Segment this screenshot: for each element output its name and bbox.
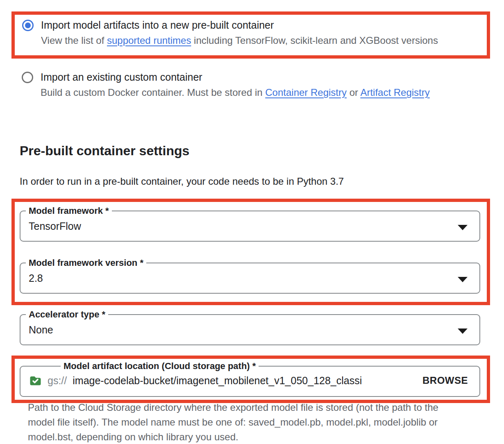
radio-unselected-icon[interactable] (22, 72, 33, 83)
radio-option-custom[interactable]: Import an existing custom container Buil… (22, 70, 504, 99)
option-title-custom: Import an existing custom container (41, 70, 430, 84)
desc-prefix: View the list of (41, 35, 107, 46)
section-intro: In order to run in a pre-built container… (20, 175, 504, 188)
browse-button[interactable]: BROWSE (422, 372, 469, 389)
folder-check-icon (29, 374, 42, 387)
option-desc-custom: Build a custom Docker container. Must be… (41, 86, 430, 99)
section-heading: Pre-built container settings (20, 143, 504, 159)
model-framework-field[interactable]: Model framework * TensorFlow (20, 211, 480, 242)
option-desc-prebuilt: View the list of supported runtimes incl… (41, 34, 438, 47)
dropdown-arrow-icon[interactable] (458, 328, 468, 334)
artifact-registry-link[interactable]: Artifact Registry (360, 87, 429, 98)
desc-prefix: Build a custom Docker container. Must be… (41, 87, 265, 98)
help-text: Path to the Cloud Storage directory wher… (28, 400, 465, 444)
artifact-path-input[interactable]: image-codelab-bucket/imagenet_mobilenet_… (73, 375, 362, 387)
radio-option-prebuilt[interactable]: Import model artifacts into a new pre-bu… (22, 18, 487, 47)
option-text-custom: Import an existing custom container Buil… (41, 70, 430, 99)
highlight-box-framework-fields: Model framework * TensorFlow Model frame… (11, 199, 490, 305)
accelerator-type-label: Accelerator type * (26, 309, 108, 320)
model-framework-value: TensorFlow (29, 220, 81, 232)
supported-runtimes-link[interactable]: supported runtimes (107, 35, 191, 46)
dropdown-arrow-icon[interactable] (458, 277, 468, 282)
model-framework-label: Model framework * (26, 206, 112, 216)
desc-mid: or (347, 87, 360, 98)
dropdown-arrow-icon[interactable] (458, 225, 468, 230)
accelerator-type-value: None (29, 324, 53, 336)
artifact-location-field[interactable]: Model artifact location (Cloud storage p… (20, 366, 480, 397)
radio-dot (25, 23, 31, 28)
option-text-prebuilt: Import model artifacts into a new pre-bu… (41, 18, 438, 47)
import-model-form: Import model artifacts into a new pre-bu… (0, 0, 504, 444)
accelerator-type-field[interactable]: Accelerator type * None (20, 314, 480, 345)
framework-version-value: 2.8 (29, 272, 43, 284)
framework-version-label: Model framework version * (26, 258, 146, 268)
gs-prefix: gs:// (48, 375, 67, 387)
option-title-prebuilt: Import model artifacts into a new pre-bu… (41, 18, 438, 32)
highlight-box-artifact-location: Model artifact location (Cloud storage p… (11, 356, 490, 403)
container-registry-link[interactable]: Container Registry (265, 87, 347, 98)
highlight-box-prebuilt-option: Import model artifacts into a new pre-bu… (11, 11, 490, 59)
radio-selected-icon[interactable] (22, 20, 34, 31)
artifact-location-label: Model artifact location (Cloud storage p… (61, 361, 259, 372)
framework-version-field[interactable]: Model framework version * 2.8 (20, 263, 480, 294)
desc-suffix: including TensorFlow, scikit-learn and X… (191, 35, 438, 46)
